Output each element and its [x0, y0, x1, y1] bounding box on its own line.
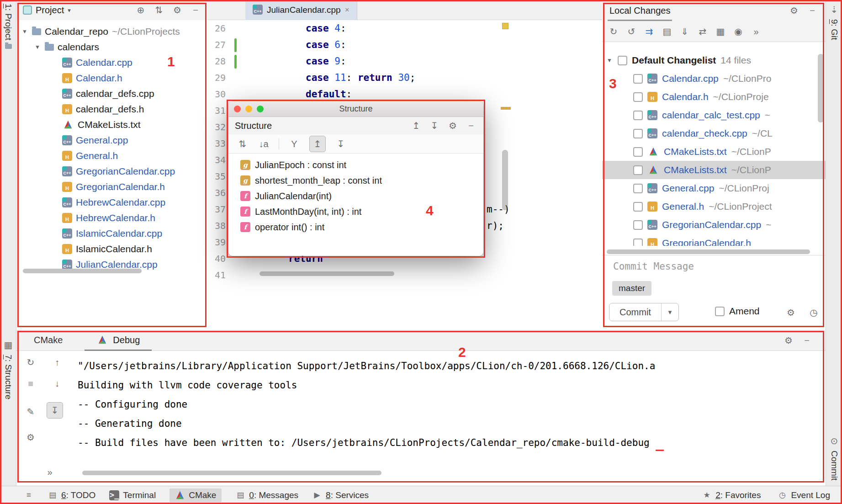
- statusbar-item-menu[interactable]: ≡: [24, 490, 34, 500]
- tree-row-file[interactable]: C++IslamicCalendar.cpp: [16, 226, 208, 241]
- expand-arrow-icon[interactable]: ▼: [607, 57, 613, 64]
- file-checkbox[interactable]: [633, 220, 643, 230]
- tool-button-git[interactable]: ⇣ 9: Git: [826, 4, 842, 40]
- group-by-icon[interactable]: ▦: [715, 26, 726, 37]
- statusbar-item-event[interactable]: ◷Event Log: [777, 490, 830, 500]
- tree-row-folder[interactable]: ▼calendars: [16, 39, 208, 55]
- more-icon[interactable]: »: [750, 26, 762, 37]
- structure-item[interactable]: gshortest_month_leap : const int: [228, 173, 483, 188]
- preview-icon[interactable]: ◉: [732, 26, 744, 37]
- changed-file-row[interactable]: C++calendar_check.cpp~/CL: [602, 124, 826, 143]
- unshelve-icon[interactable]: ⇓: [679, 26, 691, 37]
- amend-checkbox[interactable]: [715, 307, 725, 316]
- collapse-all-icon[interactable]: ⇅: [153, 4, 165, 16]
- changed-file-row[interactable]: HCalendar.h~/CLionProje: [602, 88, 826, 106]
- error-stripe-marker[interactable]: [501, 107, 511, 110]
- statusbar-item-terminal[interactable]: >_Terminal: [109, 490, 156, 500]
- hide-icon[interactable]: −: [806, 5, 818, 16]
- hide-icon[interactable]: −: [801, 334, 813, 346]
- chevron-down-icon[interactable]: ▾: [68, 7, 71, 14]
- structure-item[interactable]: gJulianEpoch : const int: [228, 157, 483, 173]
- file-checkbox[interactable]: [633, 74, 643, 84]
- statusbar-item-todo[interactable]: ▤6: TODO: [48, 490, 95, 500]
- project-horizontal-scrollbar[interactable]: [23, 269, 142, 273]
- tree-row-file[interactable]: C++HebrewCalendar.cpp: [16, 195, 208, 210]
- filter-icon[interactable]: Y: [288, 138, 300, 150]
- editor-tab[interactable]: C++ JulianCalendar.cpp ×: [245, 0, 357, 20]
- commit-icon[interactable]: ⇉: [643, 26, 655, 37]
- sort-order-icon[interactable]: ⇅: [237, 138, 249, 150]
- tree-row-root[interactable]: ▼Calendar_repo~/CLionProjects: [16, 24, 208, 39]
- changed-file-row[interactable]: CMakeLists.txt~/CLionP: [602, 161, 826, 179]
- tree-row-file[interactable]: HCalendar.h: [16, 70, 208, 86]
- zoom-window-button[interactable]: [257, 106, 264, 112]
- tree-row-file[interactable]: HIslamicCalendar.h: [16, 241, 208, 257]
- commit-dropdown-arrow[interactable]: ▼: [661, 303, 678, 321]
- changed-file-row[interactable]: C++calendar_calc_test.cpp~: [602, 106, 826, 124]
- show-fields-icon[interactable]: ↥: [309, 136, 326, 152]
- file-checkbox[interactable]: [633, 111, 643, 120]
- minimize-window-button[interactable]: [245, 106, 252, 112]
- settings-icon[interactable]: ⚙: [447, 120, 459, 132]
- file-checkbox[interactable]: [633, 92, 643, 102]
- structure-popup-titlebar[interactable]: Structure: [228, 101, 483, 117]
- expand-arrow-icon[interactable]: ▼: [35, 44, 41, 50]
- editor-vertical-scrollbar[interactable]: [502, 150, 508, 210]
- changed-file-row[interactable]: HGeneral.h~/CLionProject: [602, 197, 826, 216]
- changed-file-row[interactable]: C++GregorianCalendar.cpp~: [602, 216, 826, 234]
- up-icon[interactable]: ↑: [51, 356, 63, 368]
- sort-alpha-icon[interactable]: ↓a: [258, 138, 270, 150]
- gear-icon[interactable]: ⚙: [785, 307, 797, 318]
- shelve-icon[interactable]: ▤: [661, 26, 673, 37]
- file-checkbox[interactable]: [633, 202, 643, 212]
- tree-row-file[interactable]: Hcalendar_defs.h: [16, 101, 208, 117]
- expand-all-icon[interactable]: ↥: [410, 120, 422, 132]
- changelist-checkbox[interactable]: [618, 56, 627, 65]
- changes-horizontal-scrollbar[interactable]: [607, 249, 810, 254]
- local-changes-tab[interactable]: Local Changes: [609, 5, 670, 16]
- changed-file-row[interactable]: C++Calendar.cpp~/CLionPro: [602, 69, 826, 88]
- close-window-button[interactable]: [234, 106, 241, 112]
- tree-row-file[interactable]: C++GregorianCalendar.cpp: [16, 164, 208, 179]
- commit-button[interactable]: Commit: [609, 307, 661, 318]
- settings-icon[interactable]: ⚙: [171, 4, 183, 16]
- tree-row-file[interactable]: HHebrewCalendar.h: [16, 210, 208, 226]
- changed-file-row[interactable]: C++General.cpp~/CLionProj: [602, 179, 826, 197]
- hide-icon[interactable]: −: [190, 4, 201, 16]
- inspection-indicator-marker[interactable]: [502, 23, 508, 29]
- locate-icon[interactable]: ⊕: [135, 4, 147, 16]
- file-checkbox[interactable]: [633, 165, 643, 175]
- move-icon[interactable]: ⇄: [697, 26, 709, 37]
- statusbar-item-cmake[interactable]: CMake: [169, 488, 222, 502]
- more-icon[interactable]: »: [44, 466, 56, 478]
- settings-icon[interactable]: ⚙: [788, 5, 800, 16]
- editor-horizontal-scrollbar[interactable]: [259, 271, 394, 276]
- scroll-end-icon[interactable]: ↧: [47, 402, 63, 419]
- commit-message-input[interactable]: Commit Message: [613, 261, 694, 272]
- rollback-icon[interactable]: ↺: [625, 26, 637, 37]
- cmake-debug-tab[interactable]: Debug: [85, 330, 152, 351]
- close-tab-icon[interactable]: ×: [345, 5, 350, 15]
- collapse-to-icon[interactable]: ↧: [429, 120, 440, 132]
- structure-item[interactable]: foperator int() : int: [228, 219, 483, 235]
- file-checkbox[interactable]: [633, 129, 643, 138]
- statusbar-item-services[interactable]: ▶8: Services: [312, 490, 369, 500]
- tree-row-file[interactable]: C++General.cpp: [16, 133, 208, 148]
- file-checkbox[interactable]: [633, 147, 643, 157]
- project-panel-title[interactable]: Project: [36, 5, 64, 16]
- tree-row-file[interactable]: HGeneral.h: [16, 148, 208, 164]
- file-checkbox[interactable]: [633, 184, 643, 193]
- tree-row-file[interactable]: C++Calendar.cpp: [16, 55, 208, 70]
- changed-file-row[interactable]: HGregorianCalendar.h: [602, 234, 826, 246]
- tree-row-file[interactable]: HGregorianCalendar.h: [16, 179, 208, 195]
- statusbar-item-star[interactable]: ★2: Favorites: [702, 490, 761, 500]
- changelist-row[interactable]: ▼ Default Changelist 14 files: [602, 51, 826, 69]
- settings-icon[interactable]: ⚙: [25, 431, 37, 443]
- history-icon[interactable]: ◷: [808, 307, 820, 318]
- hide-icon[interactable]: −: [465, 120, 477, 132]
- changed-file-row[interactable]: CMakeLists.txt~/CLionP: [602, 143, 826, 161]
- statusbar-item-messages[interactable]: ▤0: Messages: [235, 490, 298, 500]
- tree-row-file[interactable]: C++calendar_defs.cpp: [16, 86, 208, 101]
- stop-icon[interactable]: ■: [25, 377, 37, 389]
- refresh-icon[interactable]: ↻: [608, 26, 620, 37]
